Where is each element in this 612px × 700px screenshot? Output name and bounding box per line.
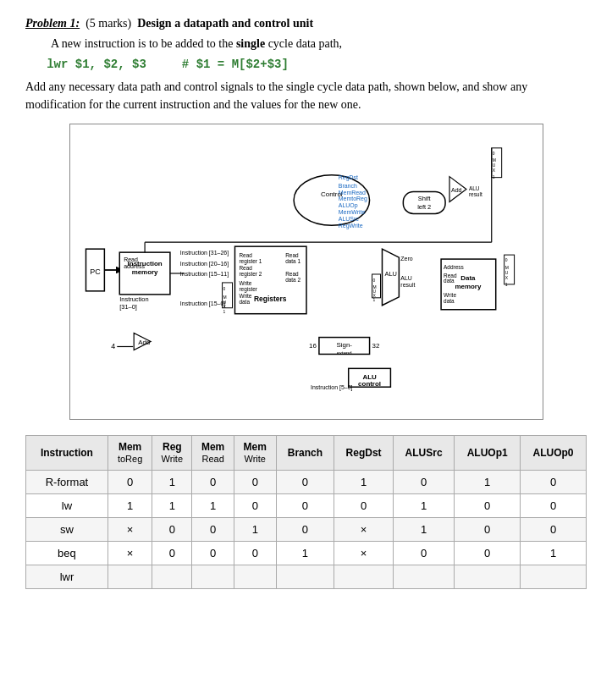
svg-text:result: result [468, 191, 482, 197]
svg-text:Read: Read [239, 265, 252, 271]
cell-value: 1 [521, 542, 587, 565]
cell-value: × [108, 518, 152, 542]
svg-text:U: U [492, 163, 495, 168]
svg-text:Add: Add [451, 187, 462, 193]
col-aluop0: ALUOp0 [521, 436, 587, 471]
cell-value: 1 [108, 494, 152, 518]
svg-text:Instruction [15–0]: Instruction [15–0] [179, 300, 224, 307]
svg-text:1: 1 [504, 283, 507, 287]
svg-text:Instruction [20–16]: Instruction [20–16] [179, 261, 228, 267]
svg-text:Instruction [5–0]: Instruction [5–0] [310, 384, 352, 391]
col-alusrc: ALUSrc [393, 436, 454, 471]
svg-text:ALU: ALU [468, 185, 479, 191]
cell-value: 1 [276, 542, 334, 565]
svg-text:Registers: Registers [254, 295, 287, 303]
svg-text:memory: memory [131, 268, 157, 276]
svg-text:left 2: left 2 [417, 203, 431, 211]
col-instruction: Instruction [26, 436, 108, 471]
svg-text:16: 16 [308, 342, 316, 350]
svg-text:address: address [124, 263, 145, 269]
svg-text:extend: extend [336, 350, 351, 356]
svg-text:M: M [223, 295, 226, 300]
cell-value: 0 [234, 471, 276, 494]
cell-value: 0 [276, 494, 334, 518]
col-memwrite: Mem Write [234, 436, 276, 471]
datapath-svg: PC Add 4 Instruction memory Read address… [70, 124, 543, 419]
cell-value: 0 [334, 494, 394, 518]
cell-value: 0 [192, 471, 234, 494]
cell-value [521, 565, 587, 589]
svg-text:data 2: data 2 [285, 277, 300, 283]
svg-text:ALU: ALU [384, 270, 396, 278]
control-signals-table: Instruction Mem toReg Reg Write Mem Read… [25, 435, 587, 589]
svg-text:data 1: data 1 [285, 258, 300, 264]
svg-text:M: M [492, 158, 495, 163]
cell-value: 0 [521, 494, 587, 518]
description-line2: Add any necessary data path and control … [25, 78, 587, 113]
cell-value: 0 [152, 518, 192, 542]
cell-value [192, 565, 234, 589]
cell-value: × [334, 542, 394, 565]
svg-text:Shift: Shift [417, 195, 431, 202]
svg-text:ALU: ALU [400, 275, 412, 281]
cell-value: 0 [521, 518, 587, 542]
col-regwrite: Reg Write [152, 436, 192, 471]
cell-value: 0 [276, 471, 334, 494]
svg-text:RegWrite: RegWrite [338, 223, 362, 229]
svg-text:Branch: Branch [338, 183, 356, 189]
svg-text:Add: Add [138, 339, 150, 347]
table-row: lwr [26, 565, 587, 589]
svg-text:M: M [504, 266, 508, 270]
svg-text:PC: PC [90, 267, 101, 276]
cell-value [234, 565, 276, 589]
cell-value: 0 [234, 542, 276, 565]
svg-text:0: 0 [372, 278, 375, 283]
svg-text:data: data [239, 299, 250, 305]
svg-text:0: 0 [223, 287, 225, 291]
svg-text:RegDst: RegDst [338, 174, 357, 181]
svg-text:register 2: register 2 [239, 271, 262, 278]
svg-text:Address: Address [444, 264, 464, 270]
cell-value [276, 565, 334, 589]
cell-value: 0 [393, 471, 454, 494]
cell-value: 0 [192, 518, 234, 542]
problem-title: Problem 1: (5 marks) Design a datapath a… [25, 17, 587, 30]
row-label: lwr [26, 565, 108, 589]
svg-text:1: 1 [223, 310, 225, 314]
problem-marks: (5 marks) [85, 17, 131, 30]
cell-value: 0 [521, 471, 587, 494]
svg-text:Instruction [15–11]: Instruction [15–11] [179, 271, 228, 278]
problem-label: Problem 1: [25, 17, 80, 30]
svg-text:MemWrite: MemWrite [338, 209, 365, 215]
cell-value [334, 565, 394, 589]
cell-value: 1 [234, 518, 276, 542]
col-aluop1: ALUOp1 [455, 436, 521, 471]
svg-text:1: 1 [372, 298, 375, 302]
svg-text:Write: Write [239, 280, 251, 286]
table-row: lw111000100 [26, 494, 587, 518]
col-memtoreg: Mem toReg [108, 436, 152, 471]
cell-value: 0 [192, 542, 234, 565]
svg-text:MemtoReg: MemtoReg [338, 196, 367, 202]
svg-text:32: 32 [372, 342, 379, 350]
svg-text:MemRead: MemRead [338, 190, 365, 196]
row-label: sw [26, 518, 108, 542]
svg-text:register: register [239, 286, 257, 293]
cell-value [108, 565, 152, 589]
svg-text:0: 0 [492, 152, 494, 156]
svg-text:1: 1 [492, 175, 494, 179]
cell-value: 1 [152, 471, 192, 494]
cell-value: 1 [192, 494, 234, 518]
svg-text:Read: Read [124, 256, 138, 262]
svg-text:register 1: register 1 [239, 258, 262, 265]
row-label: R-format [26, 471, 108, 494]
code-instruction: lwr $1, $2, $3 # $1 = M[$2+$3] [25, 58, 587, 71]
svg-text:Sign-: Sign- [336, 341, 352, 349]
cell-value: 1 [334, 471, 394, 494]
col-branch: Branch [276, 436, 334, 471]
cell-value: 0 [455, 518, 521, 542]
cell-value: 0 [455, 494, 521, 518]
col-memread: Mem Read [192, 436, 234, 471]
cell-value: 1 [393, 518, 454, 542]
svg-text:ALUSrc: ALUSrc [338, 216, 358, 222]
